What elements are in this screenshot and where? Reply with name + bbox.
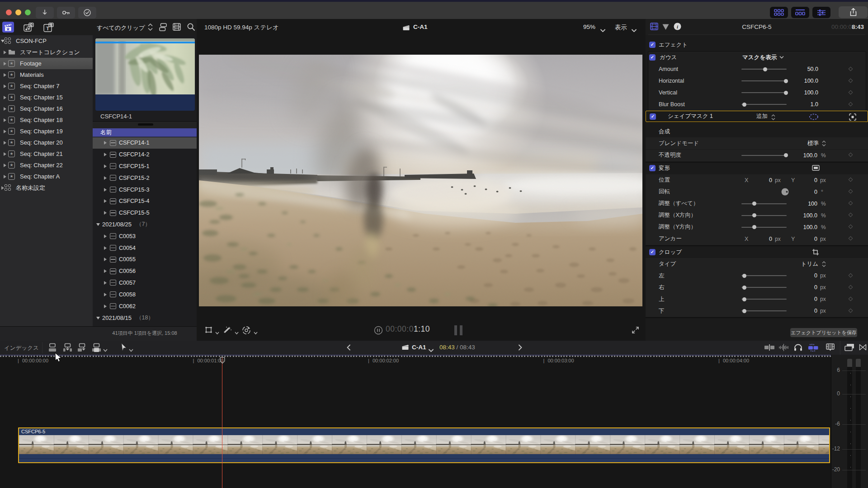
svg-text:T: T (46, 26, 49, 31)
